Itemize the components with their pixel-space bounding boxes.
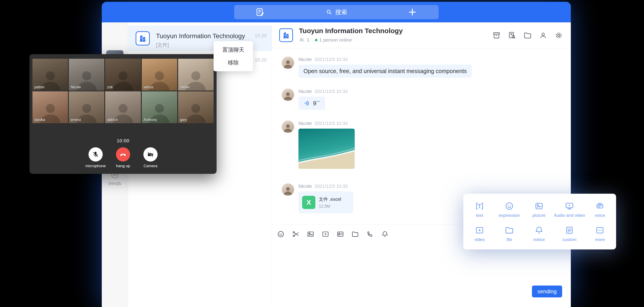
contact-card-icon[interactable] [336, 230, 344, 238]
person-silhouette-icon [283, 185, 293, 196]
plugin-item-notice[interactable]: notice [524, 222, 554, 246]
search-history-icon[interactable] [508, 31, 516, 40]
menu-item-pin-chat[interactable]: 置顶聊天 [214, 43, 253, 56]
participant-name: gary [180, 118, 187, 122]
microphone-toggle-button[interactable]: microphone [83, 147, 108, 168]
participant-name: venus [144, 85, 154, 89]
call-controls: microphone hang up [30, 147, 216, 168]
members-icon [299, 37, 305, 43]
phone-call-icon[interactable] [366, 230, 374, 238]
participant-name: aldrich [107, 118, 118, 122]
send-button[interactable]: sending [532, 286, 562, 298]
top-search-bar: 搜索 [234, 5, 439, 19]
video-tile: patton [32, 59, 68, 90]
search-icon [326, 9, 332, 15]
picture-icon[interactable] [307, 230, 314, 238]
control-label: Camera [144, 164, 157, 168]
plugin-item-picture[interactable]: picture [524, 197, 554, 222]
conversation-time: 15:20 [254, 57, 267, 63]
camera-off-icon [144, 147, 158, 162]
conversation-time: 15:20 [254, 33, 267, 38]
message-time: 2021/12/3 10:33 [314, 121, 348, 126]
video-tile: Nicole [69, 59, 104, 90]
emoji-icon[interactable] [277, 230, 285, 238]
camera-toggle-button[interactable]: Camera [138, 147, 163, 168]
plugin-item-video[interactable]: video [465, 222, 494, 246]
top-header: 搜索 [102, 2, 571, 22]
participant-name: zoli [107, 85, 112, 89]
company-building-icon [136, 31, 150, 45]
plugin-item-expression[interactable]: expression [494, 197, 524, 222]
message-type-popup: text expression picture Audio and video [463, 194, 616, 250]
video-icon[interactable] [322, 230, 329, 238]
image-attachment[interactable] [298, 129, 355, 169]
plugin-item-audio-video[interactable]: Audio and video [554, 197, 585, 222]
participant-name: patton [34, 85, 44, 89]
video-tile: zoli [105, 59, 141, 90]
video-tile: aldrich [105, 91, 141, 123]
sender-avatar[interactable] [282, 183, 294, 196]
plugin-item-file[interactable]: file [494, 222, 524, 246]
chat-panel: Tuoyun Information Technology 1 1 person… [272, 22, 571, 307]
video-tile: venus [142, 59, 177, 90]
call-timer: 10:00 [30, 138, 216, 143]
sender-avatar[interactable] [282, 121, 294, 133]
person-silhouette-icon [283, 122, 293, 133]
message-file: Nicole 2021/12/3 10:33 X 文件 .excel 12.8M [282, 183, 353, 213]
video-tile: ernest [69, 91, 104, 123]
plugin-item-voice[interactable]: voice [585, 197, 615, 222]
file-attachment[interactable]: X 文件 .excel 12.8M [298, 191, 353, 213]
plugin-item-more[interactable]: more [585, 222, 615, 246]
files-folder-icon[interactable] [523, 31, 532, 40]
screen: 搜索 [0, 0, 644, 307]
chat-record-icon[interactable] [492, 31, 501, 40]
member-count: 1 [307, 37, 310, 43]
participant-name: ernest [71, 118, 81, 122]
voice-bubble[interactable]: 9`` [298, 97, 325, 110]
video-grid: patton Nicole zoli venus stellar danika [32, 59, 214, 123]
message-image: Nicole 2021/12/3 10:33 [282, 121, 355, 169]
expression-icon [504, 201, 514, 211]
message-time: 2021/12/3 10:33 [314, 184, 348, 189]
excel-file-icon: X [302, 196, 315, 209]
chat-meta: 1 1 person online [299, 37, 352, 43]
microphone-muted-icon [88, 147, 103, 162]
video-tile: Anthony [142, 91, 177, 123]
plugin-item-text[interactable]: text [465, 197, 494, 222]
picture-icon [534, 201, 544, 211]
custom-doc-icon [565, 226, 574, 235]
hang-up-button[interactable]: hang up [110, 147, 136, 168]
message-time: 2021/12/3 10:33 [314, 89, 348, 94]
person-silhouette-icon [283, 90, 293, 101]
video-call-panel: patton Nicole zoli venus stellar danika [30, 54, 216, 174]
screenshot-scissors-icon[interactable] [292, 230, 300, 238]
text-bubble[interactable]: Open source, free, and universal instant… [298, 65, 472, 78]
file-folder-icon [504, 226, 514, 235]
file-name: 文件 .excel [319, 196, 341, 202]
beach-photo [298, 129, 355, 169]
sender-avatar[interactable] [282, 89, 294, 101]
audio-video-icon [565, 201, 574, 211]
participant-name: Nicole [71, 85, 81, 89]
video-tile: stellar [178, 59, 214, 90]
plus-icon[interactable] [407, 7, 417, 17]
plugin-item-custom[interactable]: custom [554, 222, 585, 246]
settings-gear-icon[interactable] [554, 31, 563, 40]
file-size: 12.8M [319, 204, 341, 209]
message-text: Nicole 2021/12/3 10:33 Open source, free… [282, 57, 472, 78]
control-label: microphone [86, 164, 106, 168]
menu-item-remove[interactable]: 移除 [214, 56, 253, 69]
hang-up-phone-icon [116, 147, 130, 162]
participant-name: stellar [180, 85, 190, 89]
folder-icon[interactable] [351, 230, 359, 238]
notification-bell-icon[interactable] [381, 230, 389, 238]
voice-duration: 9`` [313, 100, 320, 107]
member-profile-icon[interactable] [539, 31, 548, 40]
online-status: 1 person online [319, 37, 352, 43]
video-icon [475, 226, 484, 235]
sender-avatar[interactable] [282, 57, 294, 69]
trends-label: trends [108, 181, 121, 186]
notice-bell-icon [534, 226, 544, 235]
company-building-icon [279, 28, 293, 42]
more-icon [595, 226, 605, 235]
